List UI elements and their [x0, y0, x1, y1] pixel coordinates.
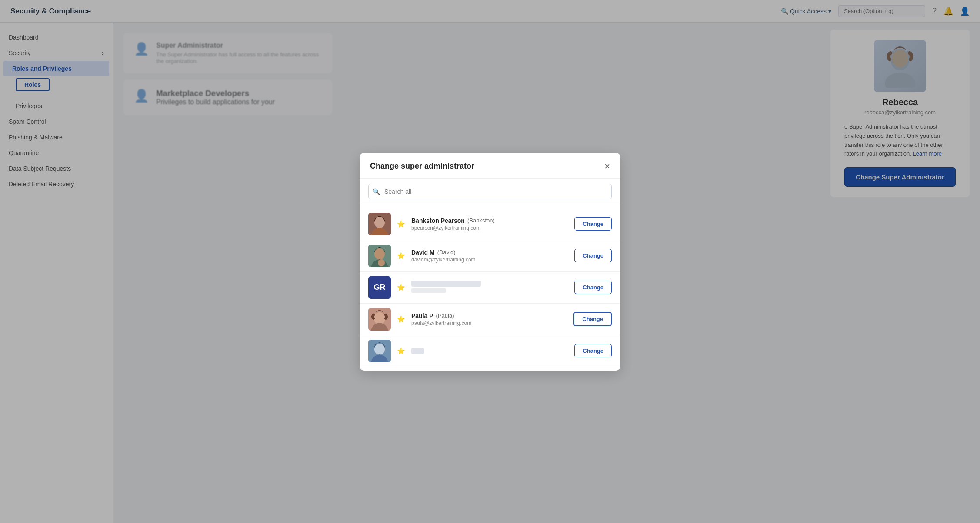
user-name-row: David M (David): [411, 249, 568, 256]
modal-search-wrap: [360, 179, 620, 205]
user-row: ⭐ Bankston Pearson (Bankston) bpearson@z…: [360, 209, 620, 240]
modal-title: Change super administrator: [370, 162, 474, 171]
user-star-icon-user5: ⭐: [397, 347, 405, 355]
modal-overlay[interactable]: Change super administrator ×: [0, 0, 980, 523]
user-avatar-gr: GR: [368, 276, 391, 299]
user-info-david: David M (David) davidm@zylkertraining.co…: [411, 249, 568, 263]
user-row: ⭐ Paula P (Paula) paula@zylkertraining.c…: [360, 304, 620, 335]
user-avatar-user5: [368, 340, 391, 362]
user-star-icon-bankston: ⭐: [397, 220, 405, 228]
search-wrap: [368, 184, 612, 199]
user-list: ⭐ Bankston Pearson (Bankston) bpearson@z…: [360, 205, 620, 371]
change-button-paula[interactable]: Change: [573, 312, 612, 326]
user-name-row: Paula P (Paula): [411, 312, 567, 319]
user-row: ⭐ Change: [360, 335, 620, 367]
svg-point-7: [378, 259, 385, 266]
change-button-david[interactable]: Change: [574, 249, 612, 262]
change-admin-modal: Change super administrator ×: [360, 153, 620, 371]
blurred-name-gr: [411, 281, 481, 287]
user-star-icon-paula: ⭐: [397, 315, 405, 323]
change-button-user5[interactable]: Change: [574, 344, 612, 357]
user-name-row: [411, 348, 568, 354]
modal-close-button[interactable]: ×: [604, 162, 610, 171]
user-info-paula: Paula P (Paula) paula@zylkertraining.com: [411, 312, 567, 326]
svg-point-6: [374, 248, 385, 260]
user-name-row: [411, 281, 568, 287]
modal-search-input[interactable]: [368, 184, 612, 199]
user-avatar-paula: [368, 308, 391, 331]
svg-point-11: [374, 344, 385, 355]
user-row: GR ⭐ Change: [360, 272, 620, 304]
user-star-icon-david: ⭐: [397, 252, 405, 260]
change-button-bankston[interactable]: Change: [574, 217, 612, 231]
user-row: ⭐ David M (David) davidm@zylkertraining.…: [360, 240, 620, 272]
user-avatar-bankston: [368, 213, 391, 235]
user-info-bankston: Bankston Pearson (Bankston) bpearson@zyl…: [411, 217, 568, 231]
user-info-gr: [411, 281, 568, 295]
blurred-email-gr: [411, 288, 446, 293]
change-button-gr[interactable]: Change: [574, 281, 612, 294]
svg-point-9: [374, 312, 385, 324]
modal-header: Change super administrator ×: [360, 153, 620, 179]
user-star-icon-gr: ⭐: [397, 284, 405, 291]
blurred-name-user5: [411, 348, 424, 354]
user-info-user5: [411, 348, 568, 354]
user-avatar-david: [368, 245, 391, 267]
user-name-row: Bankston Pearson (Bankston): [411, 217, 568, 224]
